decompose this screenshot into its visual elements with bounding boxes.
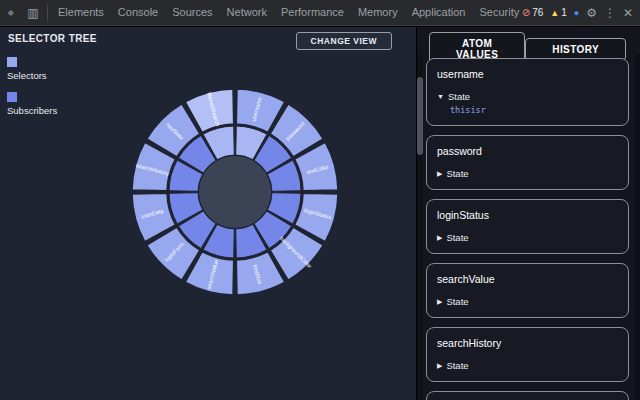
tab-performance[interactable]: Performance <box>274 0 351 25</box>
legend-label: Selectors <box>7 70 57 81</box>
toolbar-status-area: ⊘ 76 ▲ 1 ● ⚙ ⋮ ✕ <box>522 6 640 20</box>
chevron-right-icon: ▶ <box>437 362 442 370</box>
state-label: State <box>448 91 470 102</box>
devtools-main: SELECTOR TREE CHANGE VIEW SelectorsSubsc… <box>0 27 640 400</box>
state-label: State <box>446 360 468 371</box>
state-toggle[interactable]: ▶State <box>437 232 618 243</box>
atom-card-backgroundcolor: backgroundColor▶State <box>426 391 629 400</box>
devtools-toolbar: ⌖ ▥ ElementsConsoleSourcesNetworkPerform… <box>0 0 640 26</box>
atom-card-password: password▶State <box>426 135 629 190</box>
devtools-tabs: ElementsConsoleSourcesNetworkPerformance… <box>51 0 522 25</box>
atom-cards: username▼Statethisisrpassword▶Statelogin… <box>426 58 629 400</box>
tab-application[interactable]: Application <box>405 0 473 25</box>
toolbar-divider <box>47 5 48 21</box>
tab-elements[interactable]: Elements <box>51 0 111 25</box>
tab-network[interactable]: Network <box>220 0 274 25</box>
tab-sources[interactable]: Sources <box>165 0 219 25</box>
atom-name: loginStatus <box>437 209 618 221</box>
right-scrollbar-track[interactable] <box>635 55 640 400</box>
state-label: State <box>446 296 468 307</box>
state-label: State <box>446 232 468 243</box>
legend-swatch <box>7 57 17 67</box>
legend: SelectorsSubscribers <box>7 57 57 116</box>
kebab-menu-icon[interactable]: ⋮ <box>604 6 616 20</box>
devtools-window: ⌖ ▥ ElementsConsoleSourcesNetworkPerform… <box>0 0 640 400</box>
tab-console[interactable]: Console <box>111 0 165 25</box>
panel-title: SELECTOR TREE <box>8 33 97 44</box>
tab-memory[interactable]: Memory <box>351 0 405 25</box>
atom-card-username: username▼Statethisisr <box>426 58 629 126</box>
chevron-right-icon: ▶ <box>437 234 442 242</box>
atom-value: thisisr <box>450 105 618 115</box>
sunburst-center-hole <box>199 156 271 228</box>
state-toggle[interactable]: ▶State <box>437 168 618 179</box>
atom-name: searchValue <box>437 273 618 285</box>
error-count-badge[interactable]: ⊘ 76 <box>522 7 544 18</box>
extension-dot-icon[interactable]: ● <box>574 8 579 18</box>
scrollbar-track[interactable] <box>417 55 423 400</box>
atom-name: username <box>437 68 618 80</box>
error-count: 76 <box>532 7 543 18</box>
chevron-right-icon: ▶ <box>437 170 442 178</box>
atom-card-loginstatus: loginStatus▶State <box>426 199 629 254</box>
atom-values-panel: ATOM VALUES HISTORY username▼Statethisis… <box>416 27 640 400</box>
error-icon: ⊘ <box>522 7 530 18</box>
selector-tree-panel: SELECTOR TREE CHANGE VIEW SelectorsSubsc… <box>0 27 416 400</box>
legend-swatch <box>7 92 17 102</box>
state-label: State <box>446 168 468 179</box>
change-view-button[interactable]: CHANGE VIEW <box>296 32 392 50</box>
legend-label: Subscribers <box>7 105 57 116</box>
settings-gear-icon[interactable]: ⚙ <box>586 6 597 20</box>
state-toggle[interactable]: ▶State <box>437 360 618 371</box>
atom-card-searchhistory: searchHistory▶State <box>426 327 629 382</box>
warning-icon: ▲ <box>550 8 559 18</box>
state-toggle[interactable]: ▶State <box>437 296 618 307</box>
close-devtools-icon[interactable]: ✕ <box>623 6 633 20</box>
warning-count: 1 <box>561 7 567 18</box>
chevron-down-icon: ▼ <box>437 93 444 100</box>
inspect-element-icon[interactable]: ⌖ <box>0 6 22 20</box>
warning-count-badge[interactable]: ▲ 1 <box>550 7 566 18</box>
atom-name: searchHistory <box>437 337 618 349</box>
device-toolbar-icon[interactable]: ▥ <box>22 6 44 20</box>
tab-security[interactable]: Security <box>472 0 521 25</box>
sunburst-chart: usernamepasswordtextColorloginStatusback… <box>120 77 350 307</box>
atom-card-searchvalue: searchValue▶State <box>426 263 629 318</box>
atom-name: password <box>437 145 618 157</box>
chevron-right-icon: ▶ <box>437 298 442 306</box>
legend-item-selectors: Selectors <box>7 57 57 81</box>
legend-item-subscribers: Subscribers <box>7 92 57 116</box>
scrollbar-thumb[interactable] <box>417 77 423 155</box>
state-toggle[interactable]: ▼State <box>437 91 618 102</box>
